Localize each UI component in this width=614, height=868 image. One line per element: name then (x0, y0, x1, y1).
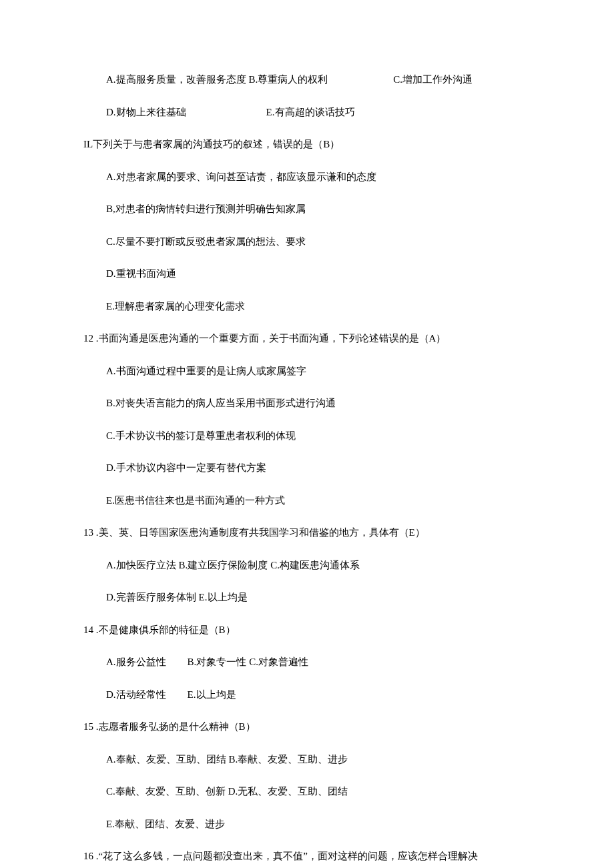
question-15-options-row2: C.奉献、友爱、互助、创新 D.无私、友爱、互助、团结 (106, 784, 541, 799)
question-11-option-e: E.理解患者家属的心理变化需求 (106, 299, 541, 314)
question-14-stem: 14 .不是健康俱乐部的特征是（B） (83, 622, 541, 638)
question-15-options-row1: A.奉献、友爱、互助、团结 B.奉献、友爱、互助、进步 (106, 752, 541, 767)
question-15-option-d: D.无私、友爱、互助、团结 (228, 784, 348, 799)
question-12-option-d: D.手术协议内容中一定要有替代方案 (106, 460, 541, 476)
question-14-options-row1: A.服务公益性 B.对象专一性 C.对象普遍性 (106, 655, 541, 670)
question-11-option-d: D.重视书面沟通 (106, 266, 541, 282)
question-12-option-b: B.对丧失语言能力的病人应当采用书面形式进行沟通 (106, 396, 541, 411)
question-13-option-b: B.建立医疗保险制度 (179, 558, 268, 573)
question-14-option-a: A.服务公益性 (106, 655, 166, 670)
question-15-option-e: E.奉献、团结、友爱、进步 (106, 817, 541, 832)
question-14-option-b: B.对象专一性 (188, 655, 247, 670)
question-11-option-b: B,对患者的病情转归进行预测并明确告知家属 (106, 201, 541, 217)
document-page: A.提高服务质量，改善服务态度 B.尊重病人的权利 C.增加工作外沟通 D.财物… (0, 0, 614, 868)
question-12-stem: 12 .书面沟通是医患沟通的一个重要方面，关于书面沟通，下列论述错误的是（A） (83, 331, 541, 346)
question-14-option-d: D.活动经常性 (106, 687, 166, 703)
question-13-option-a: A.加快医疗立法 (106, 558, 176, 573)
prev-question-options-row1: A.提高服务质量，改善服务态度 B.尊重病人的权利 C.增加工作外沟通 (106, 72, 541, 87)
question-11-stem: IL下列关于与患者家属的沟通技巧的叙述，错误的是（B） (83, 137, 541, 152)
question-12-option-c: C.手术协议书的签订是尊重患者权利的体现 (106, 428, 541, 444)
question-13-stem: 13 .美、英、日等国家医患沟通制度有共我国学习和借鉴的地方，具体有（E） (83, 525, 541, 540)
question-15-option-a: A.奉献、友爱、互助、团结 (106, 752, 226, 767)
question-12-option-a: A.书面沟通过程中重要的是让病人或家属签字 (106, 364, 541, 379)
option-e: E.有高超的谈话技巧 (266, 105, 355, 120)
question-16-stem-line1: 16 .“花了这么多钱，一点问题都没查出来，真不值”，面对这样的问题，应该怎样合… (83, 849, 541, 864)
question-13-options-row2: D.完善医疗服务体制 E.以上均是 (106, 590, 541, 605)
question-15-option-b: B.奉献、友爱、互助、进步 (229, 752, 348, 767)
question-13-options-row1: A.加快医疗立法 B.建立医疗保险制度 C.构建医患沟通体系 (106, 558, 541, 573)
question-13-option-e: E.以上均是 (199, 590, 248, 605)
option-c: C.增加工作外沟通 (393, 72, 473, 87)
question-11-option-a: A.对患者家属的要求、询问甚至诘责，都应该显示谦和的态度 (106, 169, 541, 185)
option-a: A.提高服务质量，改善服务态度 (106, 72, 246, 87)
prev-question-options-row2: D.财物上来往基础 E.有高超的谈话技巧 (106, 105, 541, 120)
option-d: D.财物上来往基础 (106, 105, 186, 120)
option-b: B.尊重病人的权利 (249, 72, 328, 87)
question-14-options-row2: D.活动经常性 E.以上均是 (106, 687, 541, 703)
question-13-option-d: D.完善医疗服务体制 (106, 590, 196, 605)
question-15-stem: 15 .志愿者服务弘扬的是什么精神（B） (83, 719, 541, 735)
question-12-option-e: E.医患书信往来也是书面沟通的一种方式 (106, 493, 541, 508)
question-11-option-c: C.尽量不要打断或反驳患者家属的想法、要求 (106, 234, 541, 250)
question-14-option-c: C.对象普遍性 (249, 655, 308, 670)
question-13-option-c: C.构建医患沟通体系 (270, 558, 360, 573)
question-14-option-e: E.以上均是 (188, 687, 236, 703)
question-15-option-c: C.奉献、友爱、互助、创新 (106, 784, 226, 799)
